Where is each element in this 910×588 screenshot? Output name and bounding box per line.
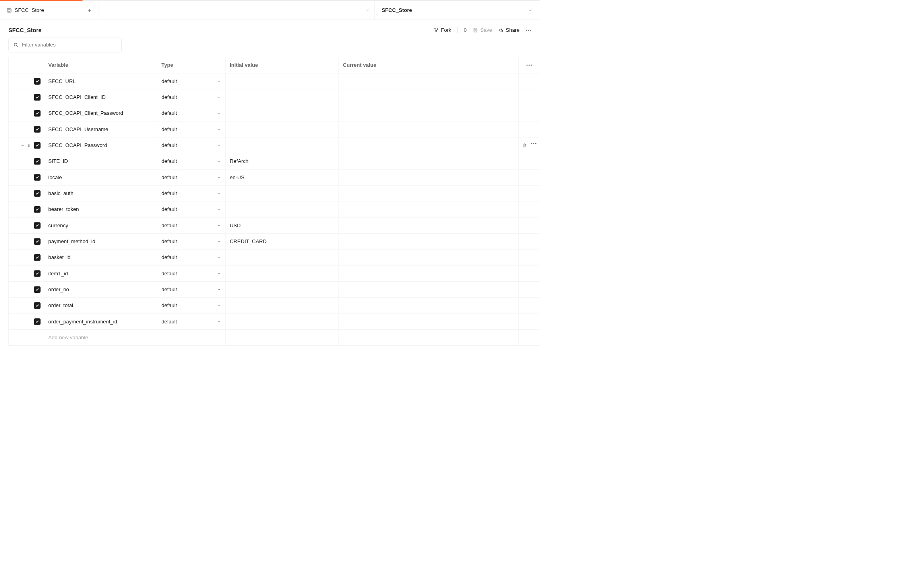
tab-overflow[interactable]	[99, 1, 375, 19]
current-value-cell[interactable]	[339, 186, 518, 201]
column-options-button[interactable]	[526, 64, 532, 66]
add-row-button[interactable]	[21, 143, 25, 147]
initial-value-cell[interactable]	[226, 186, 339, 201]
variable-name-cell[interactable]: SFCC_OCAPI_Client_ID	[44, 89, 157, 105]
initial-value-cell[interactable]	[226, 89, 339, 105]
current-value-cell[interactable]	[339, 137, 518, 153]
type-select[interactable]: default	[157, 282, 226, 298]
initial-value-cell[interactable]	[226, 298, 339, 313]
type-select[interactable]: default	[157, 265, 226, 281]
current-value-cell[interactable]	[339, 217, 518, 233]
type-select[interactable]: default	[157, 153, 226, 169]
type-select[interactable]: default	[157, 169, 226, 185]
current-value-cell[interactable]	[339, 121, 518, 137]
initial-value-cell[interactable]	[226, 121, 339, 137]
current-value-cell[interactable]	[339, 153, 518, 169]
variable-name-cell[interactable]: locale	[44, 169, 157, 185]
tab-environment[interactable]: SFCC_Store	[0, 1, 80, 19]
current-value-cell[interactable]	[339, 234, 518, 250]
enable-checkbox[interactable]	[34, 142, 41, 149]
drag-handle-icon[interactable]	[27, 143, 31, 147]
current-value-cell[interactable]	[339, 201, 518, 217]
enable-checkbox[interactable]	[34, 318, 41, 325]
variable-name-cell[interactable]: basic_auth	[44, 186, 157, 201]
variable-name-cell[interactable]: SFCC_OCAPI_Password	[44, 137, 157, 153]
variable-name-cell[interactable]: order_total	[44, 298, 157, 313]
chevron-down-icon	[217, 223, 221, 228]
variable-name-cell[interactable]: SITE_ID	[44, 153, 157, 169]
type-select[interactable]: default	[157, 298, 226, 313]
variable-name-cell[interactable]: SFCC_OCAPI_Username	[44, 121, 157, 137]
type-select[interactable]: default	[157, 250, 226, 265]
add-variable-placeholder[interactable]: Add new variable	[44, 330, 157, 346]
current-value-cell[interactable]	[339, 169, 518, 185]
variable-name-cell[interactable]: SFCC_URL	[44, 73, 157, 89]
variable-name-cell[interactable]: order_payment_instrument_id	[44, 313, 157, 329]
enable-checkbox[interactable]	[34, 302, 41, 309]
variable-name-cell[interactable]: currency	[44, 217, 157, 233]
current-value-cell[interactable]	[339, 298, 518, 313]
initial-value-cell[interactable]	[226, 137, 339, 153]
initial-value-cell[interactable]	[226, 105, 339, 121]
initial-value-cell[interactable]	[226, 265, 339, 281]
initial-value-cell[interactable]: en-US	[226, 169, 339, 185]
variable-name-cell[interactable]: bearer_token	[44, 201, 157, 217]
filter-field[interactable]	[22, 42, 116, 48]
current-value-cell[interactable]	[339, 313, 518, 329]
current-value-cell[interactable]	[339, 105, 518, 121]
current-value-cell[interactable]	[339, 265, 518, 281]
current-value-cell[interactable]	[339, 73, 518, 89]
enable-checkbox[interactable]	[34, 270, 41, 277]
more-actions-button[interactable]	[526, 29, 531, 31]
variable-name-cell[interactable]: payment_method_id	[44, 234, 157, 250]
enable-checkbox[interactable]	[34, 174, 41, 181]
enable-checkbox[interactable]	[34, 78, 41, 85]
share-button[interactable]: Share	[498, 27, 520, 33]
initial-value-cell[interactable]: CREDIT_CARD	[226, 234, 339, 250]
type-select[interactable]: default	[157, 89, 226, 105]
enable-checkbox[interactable]	[34, 238, 41, 245]
type-select[interactable]: default	[157, 73, 226, 89]
new-tab-button[interactable]	[80, 1, 99, 19]
enable-checkbox[interactable]	[34, 94, 41, 101]
type-select[interactable]: default	[157, 121, 226, 137]
initial-value-cell[interactable]	[226, 73, 339, 89]
current-value-cell[interactable]	[339, 250, 518, 265]
variable-name-cell[interactable]: SFCC_OCAPI_Client_Password	[44, 105, 157, 121]
enable-checkbox[interactable]	[34, 110, 41, 117]
filter-variables-input[interactable]	[8, 38, 122, 52]
svg-point-34	[28, 146, 29, 147]
delete-row-button[interactable]	[522, 143, 527, 148]
variable-name-cell[interactable]: order_no	[44, 282, 157, 298]
type-select[interactable]: default	[157, 186, 226, 201]
environment-selector[interactable]: SFCC_Store	[375, 1, 540, 19]
current-value-cell[interactable]	[339, 282, 518, 298]
type-select[interactable]: default	[157, 313, 226, 329]
enable-checkbox[interactable]	[34, 126, 41, 133]
enable-checkbox[interactable]	[34, 158, 41, 165]
enable-checkbox[interactable]	[34, 254, 41, 261]
fork-button[interactable]: Fork	[434, 27, 451, 33]
initial-value-cell[interactable]	[226, 250, 339, 265]
type-select[interactable]: default	[157, 137, 226, 153]
initial-value-cell[interactable]: USD	[226, 217, 339, 233]
enable-checkbox[interactable]	[34, 222, 41, 229]
initial-value-cell[interactable]	[226, 201, 339, 217]
save-button[interactable]: Save	[473, 27, 492, 33]
table-row: item1_iddefault	[9, 265, 540, 281]
variable-name-cell[interactable]: item1_id	[44, 265, 157, 281]
initial-value-cell[interactable]	[226, 282, 339, 298]
type-select[interactable]: default	[157, 105, 226, 121]
add-variable-row[interactable]: Add new variable	[9, 330, 540, 346]
variable-name-cell[interactable]: basket_id	[44, 250, 157, 265]
enable-checkbox[interactable]	[34, 286, 41, 293]
type-select[interactable]: default	[157, 234, 226, 250]
enable-checkbox[interactable]	[34, 206, 41, 213]
current-value-cell[interactable]	[339, 89, 518, 105]
type-select[interactable]: default	[157, 201, 226, 217]
row-more-button[interactable]	[531, 143, 536, 148]
initial-value-cell[interactable]: RefArch	[226, 153, 339, 169]
type-select[interactable]: default	[157, 217, 226, 233]
initial-value-cell[interactable]	[226, 313, 339, 329]
enable-checkbox[interactable]	[34, 190, 41, 197]
